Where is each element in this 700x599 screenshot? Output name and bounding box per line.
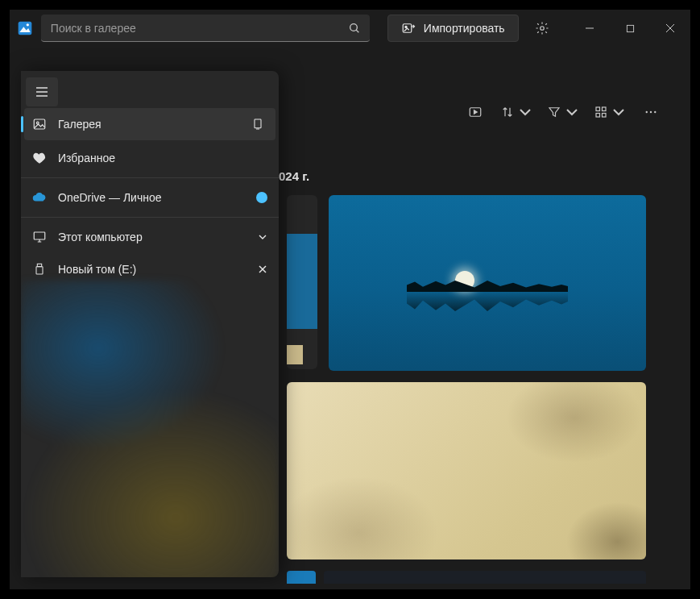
svg-rect-24 [255,119,261,128]
filter-button[interactable] [542,97,584,127]
heart-icon [32,151,47,165]
divider [21,177,279,178]
maximize-button[interactable] [613,15,647,42]
import-icon [401,21,416,35]
svg-rect-15 [603,114,607,118]
svg-point-1 [27,23,29,26]
app-window: Импортировать 024 г. [10,10,690,589]
thumbnail-image[interactable] [287,382,646,559]
sort-button[interactable] [495,97,537,127]
date-heading-fragment: 024 г. [279,169,309,183]
svg-point-16 [646,111,648,113]
svg-rect-0 [19,22,32,35]
sidebar-item-gallery[interactable]: Галерея [24,108,275,140]
view-button[interactable] [589,97,631,127]
svg-rect-25 [34,232,45,239]
svg-point-5 [405,26,407,27]
svg-rect-14 [596,114,600,118]
close-button[interactable] [653,15,687,42]
pin-icon [251,118,264,131]
chevron-down-icon [258,232,267,242]
thumbnail-image[interactable] [287,571,316,584]
search-field[interactable] [41,15,370,42]
more-button[interactable] [636,97,666,127]
sidebar-item-label: Новый том (E:) [58,263,136,276]
gallery-toolbar [460,97,666,127]
app-logo-icon [16,19,35,38]
slideshow-button[interactable] [460,97,491,127]
chevron-down-icon [518,105,532,119]
svg-rect-27 [36,267,43,274]
svg-line-3 [356,30,358,32]
settings-button[interactable] [525,15,559,42]
sidebar-item-drive-e[interactable]: Новый том (E:) [21,253,279,285]
import-label: Импортировать [424,22,505,35]
minimize-button[interactable] [573,15,607,42]
svg-rect-13 [603,107,607,111]
sidebar-item-onedrive[interactable]: OneDrive — Личное [21,181,279,214]
navigation-panel: Галерея Избранное OneDrive — Личное [21,71,279,577]
sidebar-item-label: Избранное [58,152,115,164]
sidebar-item-label: OneDrive — Личное [58,191,162,204]
sidebar-item-label: Этот компьютер [58,231,143,243]
search-icon[interactable] [342,16,367,40]
svg-rect-22 [34,119,45,129]
divider [21,217,279,218]
svg-point-17 [650,111,652,113]
thumbnail-image[interactable] [324,571,646,584]
svg-point-2 [350,24,357,31]
cloud-icon [32,190,47,205]
sidebar-item-this-pc[interactable]: Этот компьютер [21,221,279,253]
thumbnail-stack[interactable] [287,195,317,369]
svg-point-18 [654,111,656,113]
import-button[interactable]: Импортировать [387,15,519,42]
search-input[interactable] [51,22,338,35]
thumbnail-image[interactable] [329,195,646,371]
sync-status-dot-icon [256,192,267,203]
sidebar-item-label: Галерея [58,118,101,131]
monitor-icon [32,230,47,244]
usb-drive-icon [32,262,47,277]
svg-rect-8 [627,25,633,31]
image-icon [32,117,47,131]
titlebar: Импортировать [10,10,690,47]
sidebar-item-favorites[interactable]: Избранное [21,142,279,174]
svg-point-6 [540,27,544,31]
close-icon[interactable] [258,264,267,274]
svg-rect-12 [596,107,600,111]
chevron-down-icon [611,105,626,119]
chevron-down-icon [565,105,579,119]
hamburger-button[interactable] [26,77,58,106]
